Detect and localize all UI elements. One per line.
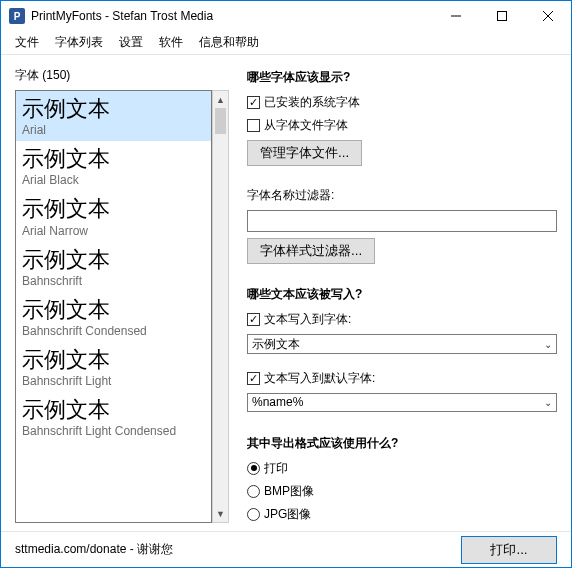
scroll-thumb[interactable] — [215, 108, 226, 134]
checkbox-text-in-font-row[interactable]: 文本写入到字体: — [247, 311, 557, 328]
section-text-title: 哪些文本应该被写入? — [247, 286, 557, 303]
font-sample-text: 示例文本 — [22, 398, 205, 422]
window-controls — [433, 1, 571, 31]
scroll-down-button[interactable]: ▼ — [213, 505, 228, 522]
scroll-up-button[interactable]: ▲ — [213, 91, 228, 108]
text-default-value: %name% — [252, 395, 544, 409]
app-icon: P — [9, 8, 25, 24]
radio-print[interactable] — [247, 462, 260, 475]
print-button[interactable]: 打印... — [461, 536, 557, 564]
checkbox-installed-row[interactable]: 已安装的系统字体 — [247, 94, 557, 111]
checkbox-text-default[interactable] — [247, 372, 260, 385]
radio-jpg[interactable] — [247, 508, 260, 521]
font-list-item[interactable]: 示例文本Arial Black — [16, 141, 211, 191]
checkbox-text-default-row[interactable]: 文本写入到默认字体: — [247, 370, 557, 387]
font-list-item[interactable]: 示例文本Bahnschrift Light Condensed — [16, 392, 211, 442]
left-column: 字体 (150) 示例文本Arial示例文本Arial Black示例文本Ari… — [15, 67, 229, 523]
checkbox-fromfile-label: 从字体文件字体 — [264, 117, 348, 134]
footer: sttmedia.com/donate - 谢谢您 打印... — [1, 531, 571, 567]
radio-jpg-label: JPG图像 — [264, 506, 311, 523]
content-area: 字体 (150) 示例文本Arial示例文本Arial Black示例文本Ari… — [1, 55, 571, 531]
text-in-font-value: 示例文本 — [252, 336, 544, 353]
font-list-title: 字体 (150) — [15, 67, 229, 84]
section-export-title: 其中导出格式应该使用什么? — [247, 435, 557, 452]
checkbox-installed-label: 已安装的系统字体 — [264, 94, 360, 111]
font-name-label: Bahnschrift Light — [22, 374, 205, 388]
text-default-select[interactable]: %name% ⌄ — [247, 393, 557, 413]
close-button[interactable] — [525, 1, 571, 31]
font-name-label: Bahnschrift Light Condensed — [22, 424, 205, 438]
minimize-button[interactable] — [433, 1, 479, 31]
radio-bmp[interactable] — [247, 485, 260, 498]
app-window: P PrintMyFonts - Stefan Trost Media 文件 字… — [0, 0, 572, 568]
font-list[interactable]: 示例文本Arial示例文本Arial Black示例文本Arial Narrow… — [15, 90, 212, 523]
font-sample-text: 示例文本 — [22, 147, 205, 171]
scroll-track[interactable] — [213, 108, 228, 505]
font-list-item[interactable]: 示例文本Arial — [16, 91, 211, 141]
radio-jpg-row[interactable]: JPG图像 — [247, 506, 557, 523]
font-list-item[interactable]: 示例文本Bahnschrift — [16, 242, 211, 292]
chevron-down-icon: ⌄ — [544, 397, 552, 408]
checkbox-text-default-label: 文本写入到默认字体: — [264, 370, 375, 387]
font-list-item[interactable]: 示例文本Bahnschrift Light — [16, 342, 211, 392]
font-sample-text: 示例文本 — [22, 197, 205, 221]
checkbox-text-in-font-label: 文本写入到字体: — [264, 311, 351, 328]
radio-bmp-label: BMP图像 — [264, 483, 314, 500]
chevron-down-icon: ⌄ — [544, 339, 552, 350]
titlebar: P PrintMyFonts - Stefan Trost Media — [1, 1, 571, 31]
checkbox-text-in-font[interactable] — [247, 313, 260, 326]
font-sample-text: 示例文本 — [22, 298, 205, 322]
font-list-item[interactable]: 示例文本Bahnschrift Condensed — [16, 292, 211, 342]
checkbox-installed[interactable] — [247, 96, 260, 109]
font-name-label: Bahnschrift Condensed — [22, 324, 205, 338]
font-name-label: Bahnschrift — [22, 274, 205, 288]
menu-file[interactable]: 文件 — [7, 31, 47, 54]
menu-settings[interactable]: 设置 — [111, 31, 151, 54]
font-style-filter-button[interactable]: 字体样式过滤器... — [247, 238, 375, 264]
font-list-wrap: 示例文本Arial示例文本Arial Black示例文本Arial Narrow… — [15, 90, 229, 523]
radio-print-row[interactable]: 打印 — [247, 460, 557, 477]
maximize-button[interactable] — [479, 1, 525, 31]
right-column: 哪些字体应该显示? 已安装的系统字体 从字体文件字体 管理字体文件... 字体名… — [247, 67, 557, 523]
menu-software[interactable]: 软件 — [151, 31, 191, 54]
font-sample-text: 示例文本 — [22, 97, 205, 121]
text-in-font-select[interactable]: 示例文本 ⌄ — [247, 334, 557, 354]
section-display-title: 哪些字体应该显示? — [247, 69, 557, 86]
radio-print-label: 打印 — [264, 460, 288, 477]
window-title: PrintMyFonts - Stefan Trost Media — [31, 9, 433, 23]
status-text: sttmedia.com/donate - 谢谢您 — [15, 541, 461, 558]
scrollbar[interactable]: ▲ ▼ — [212, 90, 229, 523]
manage-font-files-button[interactable]: 管理字体文件... — [247, 140, 362, 166]
font-sample-text: 示例文本 — [22, 248, 205, 272]
font-name-filter-input[interactable] — [247, 210, 557, 232]
menu-fontlist[interactable]: 字体列表 — [47, 31, 111, 54]
radio-bmp-row[interactable]: BMP图像 — [247, 483, 557, 500]
font-name-label: Arial Black — [22, 173, 205, 187]
font-list-item[interactable]: 示例文本Arial Narrow — [16, 191, 211, 241]
font-name-label: Arial — [22, 123, 205, 137]
font-name-label: Arial Narrow — [22, 224, 205, 238]
menubar: 文件 字体列表 设置 软件 信息和帮助 — [1, 31, 571, 55]
checkbox-fromfile-row[interactable]: 从字体文件字体 — [247, 117, 557, 134]
svg-rect-1 — [498, 12, 507, 21]
checkbox-fromfile[interactable] — [247, 119, 260, 132]
menu-help[interactable]: 信息和帮助 — [191, 31, 267, 54]
font-sample-text: 示例文本 — [22, 348, 205, 372]
filter-label: 字体名称过滤器: — [247, 187, 557, 204]
